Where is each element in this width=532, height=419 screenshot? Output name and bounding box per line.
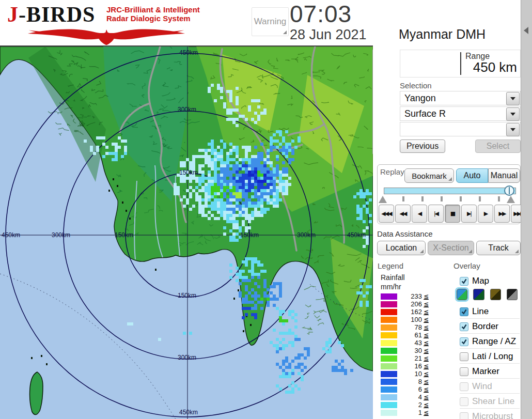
legend-swatch <box>381 340 397 346</box>
chevron-down-icon[interactable] <box>506 92 520 105</box>
chevron-down-icon[interactable] <box>506 123 520 136</box>
map-style-2[interactable] <box>473 289 484 300</box>
previous-button[interactable]: Previous <box>400 139 445 153</box>
bookmark-button[interactable]: Bookmark <box>404 168 454 183</box>
overlay-item-border[interactable]: Border <box>460 320 521 333</box>
range-ring-label: 150km <box>115 231 133 239</box>
range-ring-label: 450km <box>347 231 366 239</box>
checked-checkbox[interactable] <box>460 337 468 346</box>
overlay-item-wind[interactable]: Wind <box>460 380 521 393</box>
legend-swatch <box>381 379 397 385</box>
jump-start-button[interactable]: ◀◀◀ <box>379 205 394 223</box>
legend-value: 100 <box>397 316 422 323</box>
step-back-button[interactable]: |◀ <box>428 205 444 223</box>
legend-row: 4≦ <box>381 393 429 401</box>
map-style-3[interactable] <box>490 289 501 300</box>
jbirds-logo: J-BIRDS JRC-Brilliant & Intelligent Rada… <box>3 1 220 45</box>
chevron-down-icon[interactable] <box>506 107 520 121</box>
island <box>30 372 43 415</box>
checked-checkbox[interactable] <box>460 277 468 286</box>
overlay-item-map[interactable]: Map <box>460 274 521 288</box>
lte-symbol: ≦ <box>424 378 429 385</box>
slider-start-marker[interactable] <box>379 196 387 203</box>
extra-dropdown[interactable] <box>400 122 521 136</box>
legend-value: 78 <box>397 323 422 331</box>
track-button[interactable]: Track <box>476 241 521 255</box>
play-button[interactable]: ▶ <box>478 205 493 223</box>
product-dropdown-value: Surface R <box>404 108 446 119</box>
legend-units: Rainfall mm/hr <box>381 273 405 291</box>
location-button[interactable]: Location <box>377 241 426 255</box>
fast-rewind-button[interactable]: ◀◀ <box>395 205 411 223</box>
legend-row: 16≦ <box>381 362 429 370</box>
legend-row: 206≦ <box>381 300 429 308</box>
xsection-button[interactable]: X-Section <box>428 241 474 255</box>
legend-value: 30 <box>397 347 422 354</box>
range-ring-label: 450km <box>179 409 198 416</box>
overlay-item-shear-line[interactable]: Shear Line <box>460 395 521 408</box>
play-reverse-button[interactable]: ◀ <box>412 205 427 223</box>
overlay-item-line[interactable]: Line <box>460 305 521 318</box>
step-forward-button[interactable]: ▶| <box>461 205 477 223</box>
station-dropdown[interactable]: Yangon <box>400 91 521 105</box>
overlay-item-label: Map <box>472 276 489 286</box>
unchecked-checkbox <box>460 397 468 406</box>
replay-slider-track[interactable] <box>384 188 516 194</box>
legend-swatch <box>381 355 397 362</box>
legend-row: 2≦ <box>381 401 429 409</box>
overlay-item-label: Marker <box>472 366 499 377</box>
warning-button[interactable]: Warning <box>252 7 289 36</box>
range-ring-label: 300km <box>52 231 70 239</box>
legend-value: 61 <box>397 331 422 339</box>
control-panel: UTC MMT <box>373 0 521 419</box>
legend-swatch <box>381 301 397 307</box>
unchecked-checkbox[interactable] <box>460 367 468 376</box>
slider-end-marker[interactable] <box>507 196 515 203</box>
auto-button[interactable]: Auto <box>456 168 488 183</box>
overlay-separator <box>460 348 520 349</box>
manual-button[interactable]: Manual <box>488 168 520 183</box>
overlay-item-microburst[interactable]: Microburst <box>460 410 521 419</box>
lte-symbol: ≦ <box>424 394 429 401</box>
legend-value: 206 <box>397 300 422 308</box>
site-title: Myanmar DMH <box>399 27 486 42</box>
overlay-item-marker[interactable]: Marker <box>460 365 521 378</box>
collapse-arrow-icon[interactable] <box>524 27 528 34</box>
legend-value: 4 <box>397 393 422 401</box>
stop-button[interactable]: ■ <box>445 205 460 223</box>
select-button[interactable]: Select <box>475 139 521 153</box>
replay-slider-handle[interactable] <box>504 185 514 196</box>
map-style-4[interactable] <box>507 289 518 300</box>
overlay-item-lati-long[interactable]: Lati / Long <box>460 350 521 363</box>
range-ring-label: 150km <box>179 169 198 176</box>
panel-splitter[interactable] <box>521 0 532 419</box>
overlay-item-label: Microburst <box>472 411 513 419</box>
overlay-item-range-az[interactable]: Range / AZ <box>460 335 521 348</box>
unchecked-checkbox[interactable] <box>460 352 468 361</box>
legend-value: 21 <box>397 354 422 362</box>
radar-map-canvas[interactable]: 450km300km150km150km300km450km450km300km… <box>0 46 373 419</box>
fast-forward-button[interactable]: ▶▶ <box>494 205 510 223</box>
legend-value: 43 <box>397 339 422 347</box>
logo-subtitle: JRC-Brilliant & Intelligent Radar Dialog… <box>106 5 200 23</box>
overlay-separator <box>460 378 520 379</box>
station-dropdown-value: Yangon <box>404 93 436 104</box>
slider-tick <box>460 196 462 201</box>
overlay-separator <box>460 363 520 364</box>
checked-checkbox[interactable] <box>460 307 468 316</box>
eagle-icon <box>8 27 205 45</box>
legend-swatch <box>381 317 397 323</box>
lte-symbol: ≦ <box>424 339 429 347</box>
legend-value: 10 <box>397 370 422 378</box>
range-ring-label: 150km <box>240 231 259 239</box>
legend-swatch <box>381 386 397 393</box>
product-dropdown[interactable]: Surface R <box>400 106 521 121</box>
legend-swatch <box>381 332 397 338</box>
legend-swatch <box>381 410 397 416</box>
map-style-1-selected[interactable] <box>457 289 467 300</box>
overlay-item-label: Line <box>472 306 489 317</box>
checked-checkbox[interactable] <box>460 322 468 331</box>
legend-value: 233 <box>397 292 422 300</box>
range-ring-label: 150km <box>178 292 196 299</box>
legend-row: 61≦ <box>381 331 429 339</box>
